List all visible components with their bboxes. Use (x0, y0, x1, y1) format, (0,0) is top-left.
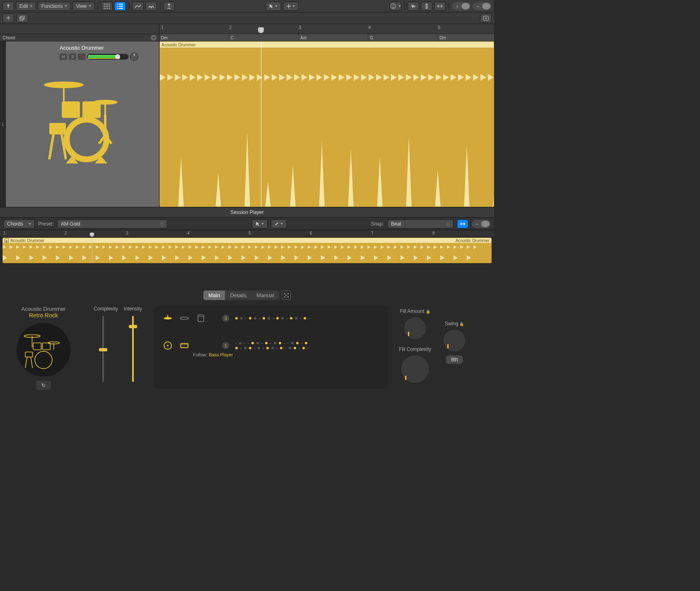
intensity-slider[interactable] (132, 316, 134, 382)
pattern-variation-1[interactable]: 3 (222, 315, 229, 322)
pan-knob[interactable] (130, 53, 138, 61)
slider-thumb[interactable] (99, 348, 107, 351)
pattern-row-snare[interactable] (235, 347, 309, 349)
chord-cell[interactable]: C (229, 34, 299, 41)
snare-icon[interactable] (179, 341, 190, 350)
flex-button[interactable] (145, 2, 157, 11)
pattern-row-hihat[interactable] (235, 317, 310, 320)
preset-dropdown[interactable]: AM Gold◇ (57, 219, 167, 228)
play-icon[interactable]: ▸ (5, 238, 9, 243)
slider-thumb[interactable] (129, 325, 137, 328)
drummer-thumbnail[interactable] (17, 323, 70, 377)
functions-menu[interactable]: Functions (38, 2, 71, 11)
chord-track-header[interactable]: Chord + (0, 34, 159, 41)
pattern-variation-2[interactable]: 1 (222, 342, 229, 349)
drummer-region[interactable]: Acoustic Drummer (159, 41, 494, 207)
pointer-tool[interactable] (266, 2, 281, 11)
randomize-button[interactable] (282, 291, 291, 300)
chord-cell[interactable]: G (368, 34, 438, 41)
chevron-down-icon (398, 5, 401, 7)
snap-dropdown[interactable]: Beat◇ (387, 219, 454, 228)
playhead-marker[interactable] (258, 27, 264, 33)
tom-icon[interactable] (196, 314, 206, 322)
session-zoom-slider[interactable]: ↔ (472, 220, 491, 228)
lock-icon[interactable]: 🔓 (459, 322, 464, 326)
chevron-down-icon (89, 5, 91, 7)
session-region[interactable]: ▸Acoustic Drummer Acoustic Drummer (2, 238, 492, 263)
track-options-button[interactable] (480, 14, 492, 23)
vertical-zoom-button[interactable] (421, 2, 432, 11)
edit-menu[interactable]: Edit (16, 2, 36, 11)
session-playhead-marker[interactable] (90, 233, 94, 237)
chord-lane[interactable]: Dm C Am G Dm (159, 34, 494, 41)
hihat-icon[interactable] (162, 314, 173, 322)
add-track-button[interactable]: ＋ (2, 14, 14, 23)
tab-main[interactable]: Main (203, 291, 225, 300)
arrange-lane[interactable]: Acoustic Drummer (159, 41, 494, 207)
complexity-slider[interactable] (102, 316, 104, 382)
track-header[interactable]: Acoustic Drummer M S R (6, 41, 159, 207)
catch-button[interactable] (163, 2, 175, 11)
reload-button[interactable]: ↻ (36, 381, 51, 390)
complexity-label: Complexity (94, 306, 113, 312)
track-name: Acoustic Drummer (60, 45, 155, 51)
svg-rect-30 (104, 102, 106, 115)
chord-cell[interactable]: Am (299, 34, 368, 41)
svg-rect-2 (107, 4, 108, 5)
add-chord-button[interactable]: + (151, 35, 157, 41)
drummer-style[interactable]: Retro Rock (4, 312, 83, 319)
secondary-tool[interactable] (283, 2, 299, 11)
grid-view-button[interactable] (101, 2, 113, 11)
duplicate-track-button[interactable] (17, 14, 28, 23)
tab-details[interactable]: Details (225, 291, 251, 300)
svg-rect-44 (167, 315, 168, 317)
pattern-row-kick[interactable] (235, 342, 309, 344)
smile-button[interactable] (390, 2, 401, 11)
solo-button[interactable]: S (69, 53, 76, 60)
snap-enable-button[interactable] (457, 219, 468, 228)
swing-resolution-button[interactable]: 8th (446, 356, 463, 364)
volume-meter[interactable] (87, 54, 128, 60)
chord-cell[interactable]: Dm (438, 34, 494, 41)
chevron-down-icon (261, 223, 264, 225)
fill-complexity-knob[interactable] (401, 355, 430, 384)
pattern-panel: 3 1 Follow: Bass Player (153, 306, 388, 389)
back-button[interactable] (2, 2, 14, 11)
session-pencil-tool[interactable] (271, 219, 287, 228)
record-button[interactable]: R (78, 53, 85, 60)
session-pointer-tool[interactable] (252, 219, 268, 228)
view-menu[interactable]: View (72, 2, 95, 11)
ride-icon[interactable] (179, 314, 190, 322)
slider-thumb[interactable] (461, 3, 470, 10)
vertical-zoom-slider[interactable]: ↕ (452, 2, 471, 10)
bar-number: 8 (432, 231, 435, 235)
bar-number: 2 (229, 25, 232, 30)
svg-point-21 (392, 5, 393, 6)
lock-icon[interactable]: 🔒 (426, 310, 430, 314)
slider-thumb[interactable] (481, 221, 490, 227)
session-ruler[interactable]: 1 2 3 4 5 6 7 8 (0, 230, 494, 238)
follow-value[interactable]: Bass Player (209, 352, 233, 357)
tab-manual[interactable]: Manual (251, 291, 279, 300)
drummer-title: Acoustic Drummer (4, 306, 83, 312)
swing-knob[interactable] (443, 329, 466, 352)
list-view-button[interactable] (114, 2, 126, 11)
slider-thumb[interactable] (482, 3, 490, 10)
kick-icon[interactable] (162, 341, 173, 350)
chord-cell[interactable]: Dm (159, 34, 229, 41)
volume-thumb[interactable] (115, 54, 120, 59)
timeline-ruler[interactable]: 1 2 3 4 5 /* tiny ticks via JS-less: ski… (159, 24, 494, 34)
horizontal-zoom-button[interactable] (434, 2, 446, 11)
waveform-zoom-button[interactable] (408, 2, 419, 11)
horizontal-zoom-slider[interactable]: ↔ (473, 2, 492, 10)
mute-button[interactable]: M (60, 53, 67, 60)
svg-rect-15 (119, 6, 123, 7)
svg-rect-4 (104, 6, 105, 7)
chevron-down-icon (65, 5, 67, 7)
edit-menu-label: Edit (19, 3, 28, 9)
automation-curve-button[interactable] (132, 2, 144, 11)
chords-menu[interactable]: Chords (3, 219, 35, 228)
fill-amount-knob[interactable] (403, 317, 427, 340)
functions-menu-label: Functions (41, 3, 63, 9)
svg-rect-32 (82, 101, 101, 118)
